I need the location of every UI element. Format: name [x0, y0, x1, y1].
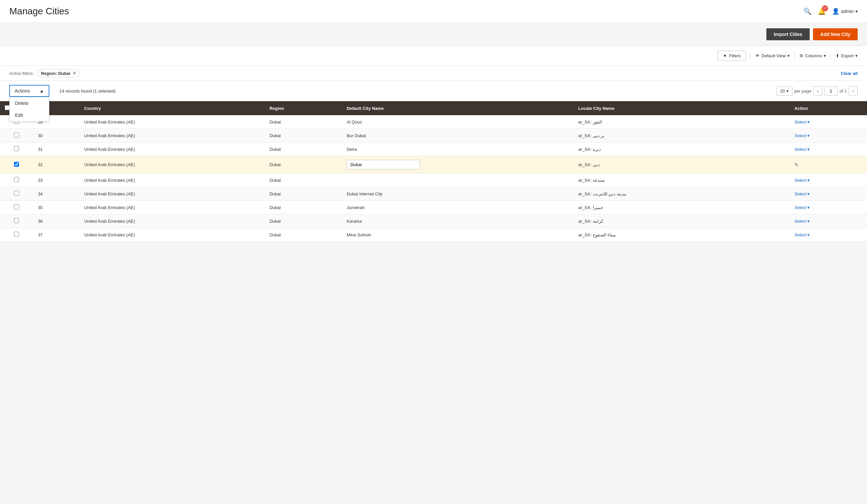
gear-icon: ⚙ — [799, 53, 803, 58]
actions-chevron-icon: ▲ — [39, 88, 44, 94]
row-default-city — [342, 173, 574, 187]
select-link[interactable]: Select ▾ — [794, 120, 862, 124]
table-row: 35 United Arab Emirates (AE) Dubai Jumei… — [0, 201, 867, 215]
chip-text: Region: Dubai — [41, 71, 70, 76]
admin-menu-button[interactable]: 👤 admin ▾ — [832, 8, 858, 15]
row-id: 33 — [33, 173, 79, 187]
row-default-city-edit — [342, 156, 574, 173]
col-header-region: Region — [265, 101, 342, 115]
row-checkbox[interactable] — [14, 146, 19, 151]
export-button[interactable]: ⬆ Export ▾ — [836, 53, 858, 58]
row-checkbox-cell — [0, 156, 33, 173]
eye-icon: 👁 — [756, 53, 760, 58]
table-row: 29 United Arab Emirates (AE) Dubai Al Qo… — [0, 115, 867, 129]
col-header-locale-city: Locale City Name — [574, 101, 790, 115]
select-chevron-icon: ▾ — [807, 120, 810, 124]
row-country: United Arab Emirates (AE) — [79, 187, 265, 201]
view-chevron-icon: ▾ — [788, 53, 790, 58]
next-page-button[interactable]: › — [849, 86, 858, 96]
select-link[interactable]: Select ▾ — [794, 147, 862, 152]
active-filters-label: Active filters: — [9, 71, 34, 76]
select-chevron-icon: ▾ — [807, 133, 810, 138]
table-row: 37 United Arab Emirates (AE) Dubai Mina … — [0, 228, 867, 242]
action-edit[interactable]: Edit — [10, 109, 49, 121]
row-action: Select ▾ — [790, 228, 867, 242]
select-chevron-icon: ▾ — [807, 178, 810, 183]
action-delete[interactable]: Delete — [10, 97, 49, 109]
table-body: 29 United Arab Emirates (AE) Dubai Al Qo… — [0, 115, 867, 242]
records-info: 14 records found (1 selected) — [59, 89, 773, 94]
actions-label: Actions — [15, 88, 30, 94]
row-checkbox[interactable] — [14, 132, 19, 138]
row-default-city: Karama — [342, 215, 574, 228]
select-chevron-icon: ▾ — [807, 205, 810, 210]
separator-3 — [831, 52, 831, 59]
row-id: 31 — [33, 142, 79, 156]
edit-pencil-icon[interactable]: ✎ — [794, 162, 799, 168]
actions-menu: Delete Edit — [9, 97, 49, 121]
pagination-controls: 20 ▾ per page ‹ of 1 › — [777, 86, 858, 96]
row-country: United Arab Emirates (AE) — [79, 142, 265, 156]
row-locale-city: ar_SA: مدينة دبي للانترنت — [574, 187, 790, 201]
search-icon[interactable]: 🔍 — [803, 7, 812, 15]
row-region: Dubai — [265, 187, 342, 201]
row-default-city: Mina Sufooh — [342, 228, 574, 242]
row-checkbox[interactable] — [14, 232, 19, 237]
select-link[interactable]: Select ▾ — [794, 191, 862, 196]
row-action: Select ▾ — [790, 201, 867, 215]
columns-chevron-icon: ▾ — [824, 53, 826, 58]
row-region: Dubai — [265, 156, 342, 173]
row-id: 32 — [33, 156, 79, 173]
table-row: 30 United Arab Emirates (AE) Dubai Bur D… — [0, 129, 867, 142]
row-checkbox[interactable] — [14, 218, 19, 223]
select-all-checkbox[interactable] — [5, 105, 10, 110]
select-chevron-icon: ▾ — [807, 191, 810, 196]
inline-edit-input[interactable] — [346, 160, 420, 169]
chip-remove-icon[interactable]: ✕ — [72, 70, 76, 76]
row-checkbox-checked[interactable] — [14, 162, 19, 167]
select-chevron-icon: ▾ — [807, 219, 810, 224]
clear-all-button[interactable]: Clear all — [841, 71, 858, 76]
row-locale-city: ar_SA: ميناء الصفوح — [574, 228, 790, 242]
row-action-edit: ✎ — [790, 156, 867, 173]
cities-table: # Country Region Default City Name Local… — [0, 101, 867, 242]
columns-button[interactable]: ⚙ Columns ▾ — [799, 53, 826, 58]
row-country: United Arab Emirates (AE) — [79, 173, 265, 187]
row-checkbox[interactable] — [14, 205, 19, 209]
filters-button[interactable]: ▼ Filters — [718, 51, 746, 61]
separator-1 — [750, 52, 751, 59]
row-id: 36 — [33, 215, 79, 228]
select-link[interactable]: Select ▾ — [794, 178, 862, 183]
select-link[interactable]: Select ▾ — [794, 232, 862, 237]
row-id: 34 — [33, 187, 79, 201]
select-link[interactable]: Select ▾ — [794, 205, 862, 210]
table-row: 33 United Arab Emirates (AE) Dubai ar_SA… — [0, 173, 867, 187]
actions-dropdown: Actions ▲ Delete Edit — [9, 85, 49, 97]
row-region: Dubai — [265, 215, 342, 228]
per-page-chevron-icon: ▾ — [786, 89, 789, 94]
row-checkbox[interactable] — [14, 177, 19, 182]
row-action: Select ▾ — [790, 129, 867, 142]
table-row-selected: 32 United Arab Emirates (AE) Dubai ar_SA… — [0, 156, 867, 173]
page-title: Manage Cities — [9, 6, 69, 17]
table-row: 34 United Arab Emirates (AE) Dubai Dubai… — [0, 187, 867, 201]
actions-button[interactable]: Actions ▲ — [9, 85, 49, 97]
prev-page-button[interactable]: ‹ — [813, 86, 822, 96]
per-page-select: 20 ▾ — [777, 87, 792, 96]
page-input[interactable] — [824, 87, 838, 96]
table-row: 31 United Arab Emirates (AE) Dubai Deira… — [0, 142, 867, 156]
per-page-label: per page — [794, 89, 811, 94]
notification-button[interactable]: 🔔 17 — [818, 7, 826, 15]
select-link[interactable]: Select ▾ — [794, 133, 862, 138]
row-checkbox[interactable] — [14, 191, 19, 196]
import-cities-button[interactable]: Import Cities — [767, 28, 810, 40]
row-default-city: Al Qouz — [342, 115, 574, 129]
select-chevron-icon: ▾ — [807, 232, 810, 237]
select-link[interactable]: Select ▾ — [794, 219, 862, 224]
add-new-city-button[interactable]: Add New City — [813, 28, 858, 40]
row-locale-city: ar_SA: دبي — [574, 156, 790, 173]
select-chevron-icon: ▾ — [807, 147, 810, 152]
row-id: 35 — [33, 201, 79, 215]
row-action: Select ▾ — [790, 173, 867, 187]
default-view-button[interactable]: 👁 Default View ▾ — [756, 53, 790, 58]
